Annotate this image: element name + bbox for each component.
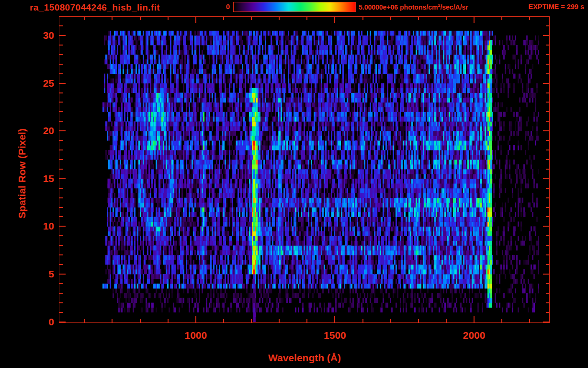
axis-tick (59, 188, 63, 189)
plot-frame (59, 16, 550, 323)
axis-tick (59, 235, 63, 236)
axis-tick (59, 293, 63, 294)
axis-tick (59, 283, 63, 284)
axis-tick (251, 319, 252, 322)
axis-tick (546, 121, 549, 122)
axis-tick (546, 207, 549, 208)
y-tick-label: 30 (17, 30, 54, 41)
axis-tick (59, 159, 63, 160)
axis-tick (546, 235, 549, 236)
axis-tick (543, 226, 549, 227)
axis-tick (59, 111, 63, 112)
axis-tick (546, 245, 549, 246)
axis-tick (195, 17, 196, 23)
axis-tick (546, 293, 549, 294)
axis-tick (59, 150, 63, 150)
colorbar-gradient (234, 2, 355, 12)
axis-tick (390, 319, 391, 322)
axis-tick (501, 17, 502, 20)
axis-tick (543, 178, 549, 179)
axis-tick (362, 319, 363, 322)
axis-tick (306, 17, 307, 20)
axis-tick (59, 245, 63, 246)
axis-tick (84, 17, 85, 20)
axis-tick (195, 316, 196, 322)
axis-tick (546, 140, 549, 141)
axis-tick (529, 17, 530, 20)
axis-tick (59, 274, 66, 275)
axis-tick (59, 25, 63, 26)
axis-tick (59, 216, 63, 217)
axis-tick (251, 17, 252, 20)
colorbar-units-pre: photons/cm (398, 3, 438, 11)
axis-tick (543, 35, 549, 36)
spectral-heatmap-canvas (59, 17, 549, 322)
colorbar-min-label: 0 (206, 2, 230, 11)
axis-tick (546, 197, 549, 198)
axis-tick (546, 216, 549, 217)
axis-tick (279, 17, 280, 20)
axis-tick (59, 302, 63, 303)
axis-tick (546, 92, 549, 93)
y-tick-label: 25 (17, 78, 54, 89)
axis-tick (418, 319, 419, 322)
axis-tick (140, 17, 141, 20)
axis-tick (84, 319, 85, 322)
axis-tick (474, 316, 475, 322)
colorbar-max-value: 5.00000e+06 (359, 3, 398, 11)
y-tick-label: 15 (17, 173, 54, 184)
file-title: ra_150807044246_hisb_lin.fit (30, 2, 160, 13)
axis-tick (546, 54, 549, 55)
axis-tick (59, 35, 66, 36)
axis-tick (59, 322, 66, 322)
axis-tick (59, 140, 63, 141)
axis-tick (112, 319, 113, 322)
axis-tick (223, 17, 224, 20)
axis-tick (279, 319, 280, 322)
axis-tick (59, 73, 63, 74)
y-tick-label: 0 (17, 316, 54, 328)
axis-tick (59, 169, 63, 170)
y-tick-label: 20 (17, 125, 54, 137)
axis-tick (529, 319, 530, 322)
axis-tick (334, 316, 335, 322)
axis-tick (362, 17, 363, 20)
axis-tick (501, 319, 502, 322)
axis-tick (543, 274, 549, 275)
axis-tick (112, 17, 113, 20)
axis-tick (59, 45, 63, 46)
axis-tick (546, 254, 549, 255)
axis-tick (59, 312, 63, 313)
exposure-time-label: EXPTIME = 299 s (529, 3, 584, 11)
axis-tick (543, 130, 549, 131)
axis-tick (546, 169, 549, 170)
axis-tick (474, 17, 475, 23)
axis-tick (546, 150, 549, 150)
y-tick-label: 10 (17, 220, 54, 232)
axis-tick (546, 264, 549, 265)
axis-tick (546, 64, 549, 65)
x-axis-title: Wavelength (Å) (233, 352, 376, 364)
axis-tick (418, 17, 419, 20)
axis-tick (306, 319, 307, 322)
x-tick-label: 1000 (174, 330, 217, 341)
axis-tick (59, 264, 63, 265)
axis-tick (59, 54, 63, 55)
axis-tick (546, 159, 549, 160)
axis-tick (546, 312, 549, 313)
axis-tick (59, 197, 63, 198)
x-tick-label: 1500 (313, 330, 356, 341)
axis-tick (140, 319, 141, 322)
axis-tick (546, 102, 549, 103)
axis-tick (334, 17, 335, 23)
axis-tick (390, 17, 391, 20)
axis-tick (59, 130, 66, 131)
colorbar-max-label: 5.00000e+06 photons/cm2/sec/A/sr (359, 3, 468, 11)
axis-tick (546, 25, 549, 26)
axis-tick (543, 83, 549, 84)
axis-tick (59, 121, 63, 122)
axis-tick (446, 17, 447, 20)
axis-tick (223, 319, 224, 322)
axis-tick (59, 64, 63, 65)
axis-tick (546, 111, 549, 112)
